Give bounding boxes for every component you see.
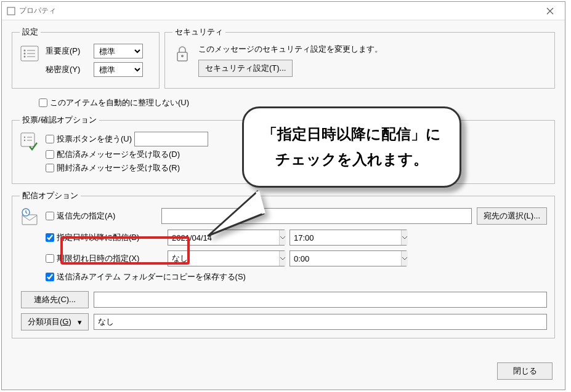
- voting-legend: 投票/確認オプション: [20, 114, 99, 126]
- properties-window: プロパティ 設定 重要度(P) 標準: [1, 1, 565, 390]
- security-legend: セキュリティ: [172, 26, 225, 38]
- security-description: このメッセージのセキュリティ設定を変更します。: [198, 44, 383, 55]
- checklist-icon: [20, 132, 39, 151]
- auto-organize-label: このアイテムを自動的に整理しない(U): [50, 97, 189, 108]
- security-settings-button[interactable]: セキュリティ設定(T)...: [198, 60, 293, 77]
- importance-select[interactable]: 標準: [94, 44, 143, 58]
- callout-line2: チェックを入れます。: [262, 147, 441, 172]
- delivery-receipt-checkbox[interactable]: [46, 150, 54, 159]
- contacts-button[interactable]: 連絡先(C)...: [21, 291, 89, 308]
- list-icon: [20, 44, 39, 63]
- auto-organize-checkbox[interactable]: [39, 98, 47, 107]
- svg-point-11: [24, 137, 25, 138]
- settings-legend: 設定: [20, 26, 41, 38]
- contacts-input[interactable]: [94, 292, 547, 308]
- read-receipt-label: 開封済みメッセージを受け取る(R): [57, 162, 180, 174]
- read-receipt-checkbox[interactable]: [46, 164, 54, 172]
- select-names-button[interactable]: 宛先の選択(L)...: [477, 207, 547, 225]
- voting-buttons-label: 投票ボタンを使う(U): [57, 134, 132, 145]
- delivery-legend: 配信オプション: [20, 190, 81, 201]
- expire-date-input[interactable]: [168, 251, 279, 266]
- titlebar: プロパティ: [2, 2, 565, 20]
- lock-icon: [172, 44, 192, 63]
- svg-point-13: [24, 140, 25, 141]
- svg-point-4: [24, 53, 26, 55]
- callout-line1: 「指定日時以降に配信」に: [262, 122, 441, 147]
- reply-to-label: 返信先の指定(A): [57, 210, 115, 222]
- delivery-group: 配信オプション 返信先の指定(A) 宛先の選択(L)...: [12, 190, 555, 338]
- importance-label: 重要度(P): [46, 46, 89, 57]
- callout: 「指定日時以降に配信」に チェックを入れます。: [242, 106, 461, 188]
- settings-group: 設定 重要度(P) 標準 秘密度(Y): [12, 26, 160, 89]
- save-sent-label: 送信済みアイテム フォルダーにコピーを保存する(S): [57, 271, 246, 282]
- categories-button-label: 分類項目(G): [28, 316, 71, 327]
- caret-down-icon: ▾: [78, 318, 82, 327]
- svg-rect-0: [7, 7, 15, 15]
- chevron-down-icon[interactable]: [279, 230, 286, 245]
- svg-point-9: [181, 55, 184, 57]
- voting-buttons-checkbox[interactable]: [46, 135, 54, 143]
- close-dialog-button[interactable]: 閉じる: [497, 362, 553, 380]
- categories-button[interactable]: 分類項目(G) ▾: [21, 313, 89, 330]
- svg-point-6: [24, 56, 26, 58]
- chevron-down-icon[interactable]: [401, 251, 408, 266]
- security-group: セキュリティ このメッセージのセキュリティ設定を変更します。 セキュリティ設定(…: [164, 26, 555, 89]
- categories-input[interactable]: [94, 314, 547, 330]
- close-icon: [546, 7, 554, 15]
- save-sent-checkbox[interactable]: [46, 273, 54, 281]
- delay-time-combo[interactable]: [290, 230, 407, 246]
- svg-point-2: [24, 50, 26, 52]
- expire-time-combo[interactable]: [290, 250, 407, 266]
- clock-envelope-icon: [20, 207, 39, 227]
- callout-tail: [205, 186, 267, 242]
- close-button[interactable]: [538, 3, 562, 19]
- confidentiality-select[interactable]: 標準: [94, 62, 143, 77]
- delay-time-input[interactable]: [290, 230, 401, 245]
- confidentiality-label: 秘密度(Y): [46, 64, 89, 75]
- svg-rect-15: [22, 215, 37, 225]
- app-icon: [7, 7, 15, 15]
- delay-delivery-label: 指定日時以降に配信(B): [57, 232, 139, 243]
- svg-rect-10: [21, 133, 34, 146]
- expire-date-combo[interactable]: [168, 250, 285, 266]
- callout-bubble: 「指定日時以降に配信」に チェックを入れます。: [242, 106, 461, 188]
- delay-delivery-checkbox[interactable]: [46, 233, 54, 242]
- voting-input[interactable]: [134, 132, 208, 146]
- chevron-down-icon[interactable]: [401, 230, 408, 245]
- window-title: プロパティ: [19, 6, 56, 16]
- expire-time-input[interactable]: [290, 251, 401, 266]
- expire-checkbox[interactable]: [46, 254, 54, 263]
- chevron-down-icon[interactable]: [279, 251, 286, 266]
- expire-label: 期限切れ日時の指定(X): [57, 253, 139, 264]
- delivery-receipt-label: 配信済みメッセージを受け取る(D): [57, 149, 180, 160]
- reply-to-checkbox[interactable]: [46, 212, 54, 220]
